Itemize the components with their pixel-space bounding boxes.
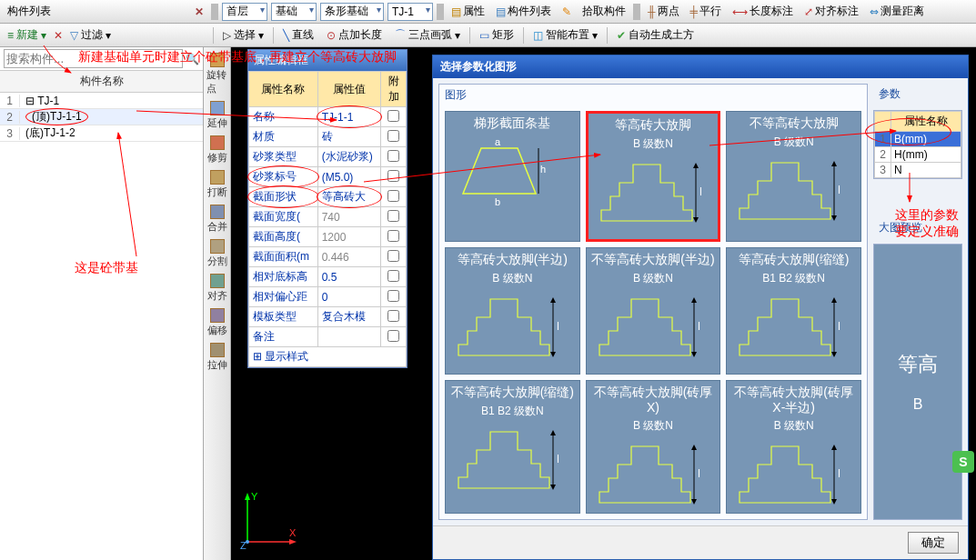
select-button[interactable]: ▷选择 ▾ [219, 25, 267, 45]
prop-key: 截面高度( [249, 227, 318, 247]
prop-check[interactable] [381, 107, 407, 127]
svg-marker-27 [691, 352, 697, 357]
delete-icon[interactable]: ✕ [54, 29, 63, 42]
prop-key: 截面面积(m [249, 247, 318, 267]
display-style-row[interactable]: ⊞ 显示样式 [249, 347, 407, 367]
component-list-button[interactable]: ▤构件列表 [492, 2, 555, 21]
prop-check[interactable] [381, 247, 407, 267]
param-table[interactable]: 属性名称 1B(mm)2H(mm)3N [874, 111, 961, 178]
parallel-button[interactable]: ╪平行 [687, 2, 726, 21]
shape-thumb[interactable]: 不等高砖大放脚(缩缝)B1 B2 级数NH [445, 380, 580, 514]
auto-soil-button[interactable]: ✔自动生成土方 [613, 25, 698, 45]
svg-text:b: b [495, 196, 500, 207]
arc-button[interactable]: ⌒三点画弧 ▾ [391, 25, 464, 45]
prop-value[interactable]: 等高砖大 [317, 187, 380, 207]
tree-header: 构件名称 [0, 71, 203, 93]
vtool-split[interactable]: 分割 [206, 239, 228, 268]
prop-value[interactable]: (M5.0) [317, 167, 380, 187]
prop-check[interactable] [381, 167, 407, 187]
property-panel: 属性编辑框 属性名称 属性值 附加 名称TJ-1-1材质砖砂浆类型(水泥砂浆)砂… [247, 49, 408, 368]
prop-value[interactable]: 0 [317, 287, 380, 307]
prop-value[interactable] [317, 327, 380, 347]
prop-check[interactable] [381, 287, 407, 307]
prop-key: 材质 [249, 127, 318, 147]
preview-panel: 等高 B [873, 244, 962, 520]
shape-thumb[interactable]: 等高砖大放脚B 级数NH [586, 111, 721, 242]
shape-thumb[interactable]: 等高砖大放脚(半边)B 级数NH [445, 247, 580, 375]
shape-thumb[interactable]: 不等高砖大放脚(砖厚X-半边)B 级数NH [726, 380, 861, 514]
param-row[interactable]: 3N [875, 163, 961, 178]
prop-check[interactable] [381, 327, 407, 347]
param-row[interactable]: 2H(mm) [875, 147, 961, 163]
point-length-button[interactable]: ⊙点加长度 [323, 25, 386, 45]
vtool-break[interactable]: 打断 [206, 170, 228, 199]
measure-button[interactable]: ⇔测量距离 [866, 2, 928, 21]
new-button[interactable]: ≡ 新建 ▾ [4, 25, 50, 45]
vtool-offset[interactable]: 偏移 [206, 308, 228, 337]
properties-button[interactable]: ▤属性 [448, 2, 488, 21]
category-combo[interactable]: 基础 [271, 3, 317, 21]
svg-marker-14 [693, 163, 699, 168]
prop-check[interactable] [381, 147, 407, 167]
ime-icon[interactable]: S [952, 451, 974, 473]
filter-button[interactable]: ▽过滤 ▾ [66, 25, 115, 45]
prop-value[interactable]: 740 [317, 207, 380, 227]
vtool-rotate[interactable]: 旋转点 [206, 53, 228, 95]
prop-value[interactable]: TJ-1-1 [317, 107, 380, 127]
prop-check[interactable] [381, 227, 407, 247]
rect-button[interactable]: ▭矩形 [476, 25, 518, 45]
ok-button[interactable]: 确定 [908, 532, 959, 554]
prop-check[interactable] [381, 267, 407, 287]
shape-thumb[interactable]: 不等高砖大放脚B 级数NH [726, 111, 861, 242]
search-input[interactable] [4, 49, 183, 68]
vtool-align[interactable]: 对齐 [206, 274, 228, 303]
tree-row[interactable]: 3 (底)TJ-1-2 [0, 125, 203, 142]
preview-label: 大图预览 [873, 217, 962, 238]
pick-component-button[interactable]: 拾取构件 [579, 2, 629, 21]
prop-key: 截面形状 [249, 187, 318, 207]
prop-value[interactable]: 1200 [317, 227, 380, 247]
prop-check[interactable] [381, 187, 407, 207]
vtool-stretch[interactable]: 拉伸 [206, 343, 228, 372]
svg-text:H: H [557, 453, 558, 465]
shape-grid: 梯形截面条基abh等高砖大放脚B 级数NH不等高砖大放脚B 级数NH等高砖大放脚… [439, 105, 867, 519]
svg-marker-1 [245, 493, 250, 500]
align-dim-button[interactable]: ⤢对齐标注 [800, 2, 862, 21]
shape-thumb[interactable]: 等高砖大放脚(缩缝)B1 B2 级数NH [726, 247, 861, 375]
prop-key: 砂浆类型 [249, 147, 318, 167]
prop-value[interactable]: 0.5 [317, 267, 380, 287]
svg-marker-26 [691, 297, 697, 303]
shape-thumb[interactable]: 不等高砖大放脚(半边)B 级数NH [586, 247, 721, 375]
smart-layout-button[interactable]: ◫智能布置 ▾ [529, 25, 601, 45]
prop-check[interactable] [381, 307, 407, 327]
prop-check[interactable] [381, 207, 407, 227]
search-icon[interactable]: 🔍 [186, 53, 199, 65]
prop-value[interactable]: (水泥砂浆) [317, 147, 380, 167]
item-combo[interactable]: TJ-1 [387, 3, 433, 21]
line-button[interactable]: ╲直线 [279, 25, 317, 45]
tree-row[interactable]: 1 ⊟ TJ-1 [0, 93, 203, 109]
vtool-extend[interactable]: 延伸 [206, 101, 228, 130]
two-point-button[interactable]: ╫两点 [644, 2, 683, 21]
prop-check[interactable] [381, 127, 407, 147]
length-dim-button[interactable]: ⟷长度标注 [729, 2, 797, 21]
type-combo[interactable]: 条形基础 [320, 3, 384, 21]
svg-text:Z: Z [240, 540, 247, 551]
layer-combo[interactable]: 首层 [222, 3, 267, 21]
svg-marker-18 [831, 161, 837, 166]
edit-button[interactable]: ✎ [558, 4, 575, 20]
svg-marker-8 [463, 148, 536, 194]
prop-value[interactable]: 0.446 [317, 247, 380, 267]
prop-value[interactable]: 复合木模 [317, 307, 380, 327]
close-icon[interactable]: ✕ [195, 5, 204, 18]
shape-thumb[interactable]: 梯形截面条基abh [445, 111, 580, 242]
vtool-merge[interactable]: 合并 [206, 205, 228, 234]
vertical-toolbar: 旋转点 延伸 修剪 打断 合并 分割 对齐 偏移 拉伸 [204, 47, 231, 560]
component-tree[interactable]: 1 ⊟ TJ-1 2 (顶)TJ-1-1 3 (底)TJ-1-2 [0, 93, 203, 560]
svg-marker-23 [550, 352, 556, 357]
vtool-trim[interactable]: 修剪 [206, 135, 228, 165]
tree-row[interactable]: 2 (顶)TJ-1-1 [0, 109, 203, 125]
shape-thumb[interactable]: 不等高砖大放脚(砖厚X)B 级数NH [586, 380, 721, 514]
param-row[interactable]: 1B(mm) [875, 132, 961, 147]
prop-value[interactable]: 砖 [317, 127, 380, 147]
